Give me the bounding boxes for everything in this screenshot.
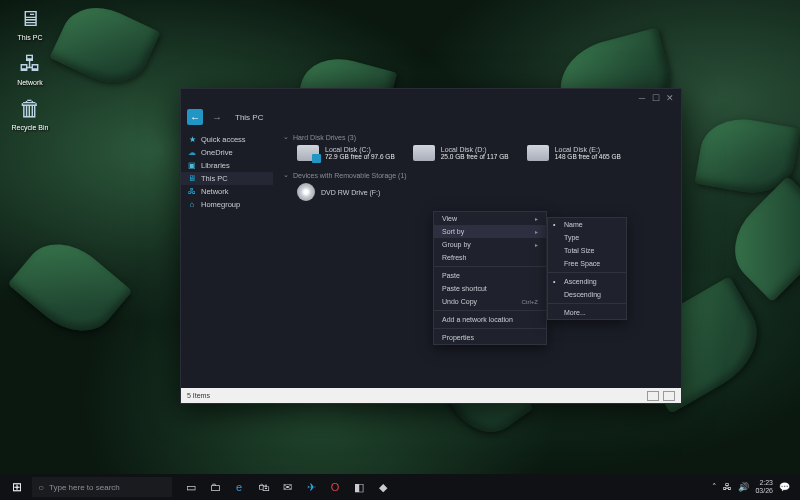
action-center-button[interactable]: 💬: [779, 482, 790, 492]
taskbar-app-generic2[interactable]: ◆: [372, 476, 394, 498]
taskbar-app-telegram[interactable]: ✈: [300, 476, 322, 498]
file-explorer-window: ─ ☐ ✕ ← → This PC ★Quick access ☁OneDriv…: [180, 88, 682, 404]
cm-paste[interactable]: Paste: [434, 269, 546, 282]
separator: [434, 310, 546, 311]
shortcut-label: Ctrl+Z: [522, 299, 539, 305]
desktop-icon-network[interactable]: 🖧 Network: [6, 51, 54, 86]
desktop-icon-label: This PC: [18, 34, 43, 41]
chevron-down-icon: ⌄: [283, 171, 289, 179]
cm-properties[interactable]: Properties: [434, 331, 546, 344]
sidebar-item-network[interactable]: 🖧Network: [181, 185, 273, 198]
sm-ascending[interactable]: Ascending: [548, 275, 626, 288]
drive-e[interactable]: Local Disk (E:)148 GB free of 465 GB: [527, 145, 621, 161]
minimize-button[interactable]: ─: [635, 91, 649, 105]
tray-network-icon[interactable]: 🖧: [723, 482, 732, 492]
sm-more[interactable]: More...: [548, 306, 626, 319]
titlebar[interactable]: ─ ☐ ✕: [181, 89, 681, 107]
desktop-icons: 🖥 This PC 🖧 Network 🗑 Recycle Bin: [6, 6, 54, 131]
main-pane[interactable]: ⌄Hard Disk Drives (3) Local Disk (C:)72.…: [273, 127, 681, 388]
libraries-icon: ▣: [187, 161, 197, 170]
sidebar-label: Network: [201, 187, 229, 196]
drive-space: 72.9 GB free of 97.6 GB: [325, 153, 395, 160]
sm-type[interactable]: Type: [548, 231, 626, 244]
breadcrumb[interactable]: This PC: [235, 113, 263, 122]
statusbar: 5 Items: [181, 388, 681, 403]
maximize-button[interactable]: ☐: [649, 91, 663, 105]
taskbar-app-edge[interactable]: e: [228, 476, 250, 498]
drive-icon: [297, 145, 319, 161]
drive-name: Local Disk (C:): [325, 146, 395, 153]
network-icon: 🖧: [187, 187, 197, 196]
section-hdd[interactable]: ⌄Hard Disk Drives (3): [283, 133, 671, 141]
separator: [548, 303, 626, 304]
separator: [434, 328, 546, 329]
status-count: 5 Items: [187, 392, 210, 399]
sidebar-item-this-pc[interactable]: 🖥This PC: [181, 172, 273, 185]
taskbar-app-opera[interactable]: O: [324, 476, 346, 498]
chevron-right-icon: ▸: [535, 228, 538, 235]
drive-name: Local Disk (D:): [441, 146, 509, 153]
view-details-button[interactable]: [647, 391, 659, 401]
drive-space: 25.0 GB free of 117 GB: [441, 153, 509, 160]
separator: [548, 272, 626, 273]
desktop-icon-this-pc[interactable]: 🖥 This PC: [6, 6, 54, 41]
tray-chevron-icon[interactable]: ˄: [712, 482, 717, 492]
section-label: Hard Disk Drives (3): [293, 134, 356, 141]
navbar: ← → This PC: [181, 107, 681, 127]
dvd-icon: [297, 183, 315, 201]
sm-free-space[interactable]: Free Space: [548, 257, 626, 270]
sm-total-size[interactable]: Total Size: [548, 244, 626, 257]
recycle-bin-icon: 🗑: [17, 96, 43, 122]
drive-d[interactable]: Local Disk (D:)25.0 GB free of 117 GB: [413, 145, 509, 161]
drive-dvd[interactable]: DVD RW Drive (F:): [297, 183, 380, 201]
desktop-icon-recycle-bin[interactable]: 🗑 Recycle Bin: [6, 96, 54, 131]
cm-view[interactable]: View▸: [434, 212, 546, 225]
sidebar-item-quick-access[interactable]: ★Quick access: [181, 133, 273, 146]
taskbar-app-generic[interactable]: ◧: [348, 476, 370, 498]
sidebar-item-homegroup[interactable]: ⌂Homegroup: [181, 198, 273, 211]
cm-sort-by[interactable]: Sort by▸: [434, 225, 546, 238]
taskbar-app-explorer[interactable]: 🗀: [204, 476, 226, 498]
sidebar-label: This PC: [201, 174, 228, 183]
star-icon: ★: [187, 135, 197, 144]
task-view-button[interactable]: ▭: [180, 476, 202, 498]
view-tiles-button[interactable]: [663, 391, 675, 401]
sm-descending[interactable]: Descending: [548, 288, 626, 301]
back-button[interactable]: ←: [187, 109, 203, 125]
cm-paste-shortcut[interactable]: Paste shortcut: [434, 282, 546, 295]
drive-c[interactable]: Local Disk (C:)72.9 GB free of 97.6 GB: [297, 145, 395, 161]
sidebar-label: OneDrive: [201, 148, 233, 157]
section-removable[interactable]: ⌄Devices with Removable Storage (1): [283, 171, 671, 179]
sidebar-item-onedrive[interactable]: ☁OneDrive: [181, 146, 273, 159]
sort-by-submenu: Name Type Total Size Free Space Ascendin…: [547, 217, 627, 320]
cm-undo-copy[interactable]: Undo CopyCtrl+Z: [434, 295, 546, 308]
taskbar-app-store[interactable]: 🛍: [252, 476, 274, 498]
drive-name: Local Disk (E:): [555, 146, 621, 153]
pc-icon: 🖥: [17, 6, 43, 32]
search-box[interactable]: ○ Type here to search: [32, 477, 172, 497]
drive-icon: [527, 145, 549, 161]
homegroup-icon: ⌂: [187, 200, 197, 209]
sidebar-label: Quick access: [201, 135, 246, 144]
sidebar-label: Homegroup: [201, 200, 240, 209]
cloud-icon: ☁: [187, 148, 197, 157]
start-button[interactable]: ⊞: [4, 474, 30, 500]
desktop-icon-label: Network: [17, 79, 43, 86]
section-label: Devices with Removable Storage (1): [293, 172, 407, 179]
clock[interactable]: 2:23 03/26: [755, 479, 773, 494]
taskbar-app-mail[interactable]: ✉: [276, 476, 298, 498]
pc-icon: 🖥: [187, 174, 197, 183]
tray-volume-icon[interactable]: 🔊: [738, 482, 749, 492]
sidebar: ★Quick access ☁OneDrive ▣Libraries 🖥This…: [181, 127, 273, 388]
chevron-down-icon: ⌄: [283, 133, 289, 141]
cm-group-by[interactable]: Group by▸: [434, 238, 546, 251]
forward-button[interactable]: →: [209, 109, 225, 125]
clock-time: 2:23: [755, 479, 773, 487]
cm-add-network-location[interactable]: Add a network location: [434, 313, 546, 326]
desktop-icon-label: Recycle Bin: [12, 124, 49, 131]
cm-refresh[interactable]: Refresh: [434, 251, 546, 264]
sm-name[interactable]: Name: [548, 218, 626, 231]
sidebar-item-libraries[interactable]: ▣Libraries: [181, 159, 273, 172]
close-button[interactable]: ✕: [663, 91, 677, 105]
sidebar-label: Libraries: [201, 161, 230, 170]
